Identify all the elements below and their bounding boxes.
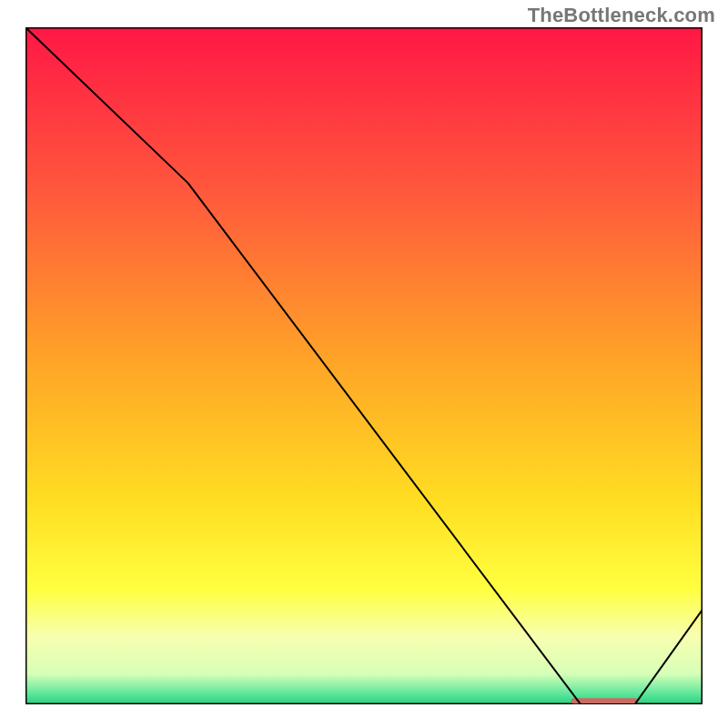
gradient-background [25, 27, 703, 704]
watermark-label: TheBottleneck.com [528, 4, 715, 27]
chart-plot [25, 27, 703, 704]
chart-container: TheBottleneck.com [0, 0, 728, 728]
chart-svg [25, 27, 703, 704]
